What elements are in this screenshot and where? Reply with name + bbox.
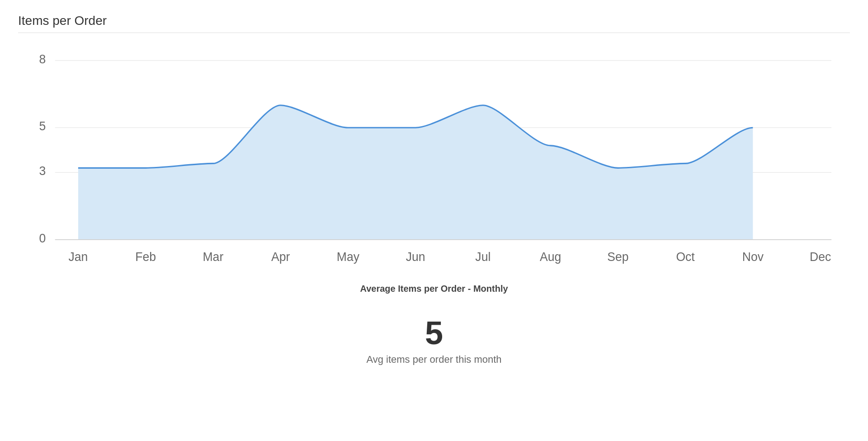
stat-value: 5 — [18, 317, 850, 349]
chart-subtitle: Average Items per Order - Monthly — [18, 284, 850, 294]
page-container: Items per Order 8 5 3 0 Jan Feb Mar — [0, 0, 868, 379]
x-label-sep: Sep — [607, 250, 628, 263]
title-divider — [18, 33, 850, 33]
y-label-0: 0 — [39, 232, 46, 245]
x-label-aug: Aug — [540, 250, 561, 263]
chart-area: 8 5 3 0 Jan Feb Mar Apr May Jun Jul Aug … — [18, 51, 850, 294]
x-label-may: May — [337, 250, 360, 263]
y-label-5: 5 — [39, 119, 46, 133]
x-label-dec: Dec — [810, 250, 831, 263]
x-label-oct: Oct — [676, 250, 695, 263]
x-label-jun: Jun — [406, 250, 425, 263]
x-label-jan: Jan — [68, 250, 88, 263]
x-label-nov: Nov — [742, 250, 764, 263]
x-label-apr: Apr — [271, 250, 290, 263]
x-label-mar: Mar — [203, 250, 223, 263]
page-title: Items per Order — [18, 14, 850, 28]
stat-section: 5 Avg items per order this month — [18, 317, 850, 365]
x-label-feb: Feb — [135, 250, 156, 263]
chart-fill — [78, 105, 753, 240]
y-label-8: 8 — [39, 52, 46, 66]
stat-label: Avg items per order this month — [18, 354, 850, 365]
y-label-3: 3 — [39, 164, 46, 178]
line-chart: 8 5 3 0 Jan Feb Mar Apr May Jun Jul Aug … — [18, 51, 850, 277]
x-label-jul: Jul — [475, 250, 491, 263]
